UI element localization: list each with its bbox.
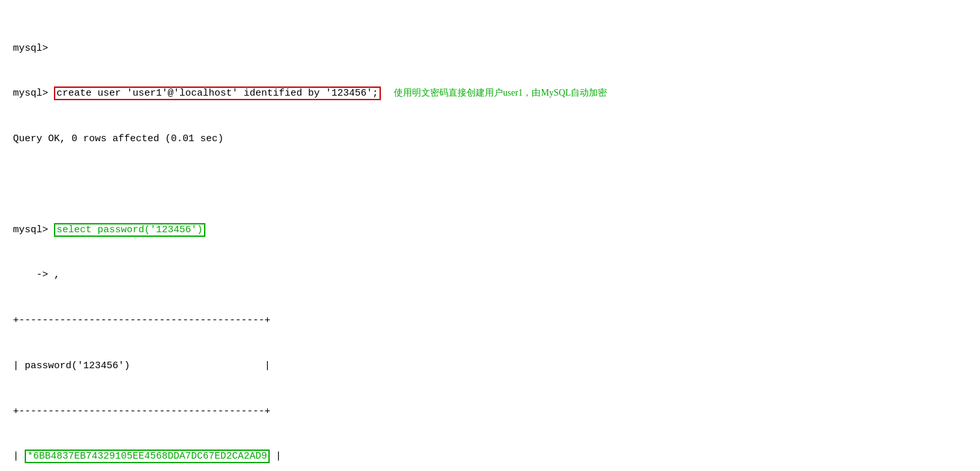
- line-blank-1: [13, 177, 967, 192]
- line-8: | password('123456') |: [13, 358, 967, 373]
- line-10: | *6BB4837EB74329105EE4568DDA7DC67ED2CA2…: [13, 449, 967, 464]
- line-2: mysql> create user 'user1'@'localhost' i…: [13, 86, 967, 101]
- continuation: -> ,: [13, 269, 60, 280]
- create-user-command: create user 'user1'@'localhost' identifi…: [54, 87, 381, 100]
- line-3: Query OK, 0 rows affected (0.01 sec): [13, 131, 967, 146]
- table-header: | password('123456') |: [13, 360, 270, 371]
- table-divider-2: +---------------------------------------…: [13, 406, 270, 417]
- prompt-2: mysql>: [13, 88, 54, 99]
- line-6: -> ,: [13, 267, 967, 282]
- query-ok-1: Query OK, 0 rows affected (0.01 sec): [13, 133, 224, 144]
- terminal-window: mysql> mysql> create user 'user1'@'local…: [13, 10, 967, 471]
- comment-1: 使用明文密码直接创建用户user1，由MySQL自动加密: [394, 88, 607, 98]
- line-5: mysql> select password('123456'): [13, 222, 967, 237]
- hash-value: *6BB4837EB74329105EE4568DDA7DC67ED2CA2AD…: [25, 450, 270, 463]
- select-password-command: select password('123456'): [54, 223, 205, 237]
- prompt-text: mysql>: [13, 43, 48, 54]
- line-7: +---------------------------------------…: [13, 313, 967, 328]
- prompt-5: mysql>: [13, 224, 54, 236]
- line-9: +---------------------------------------…: [13, 404, 967, 419]
- line-1: mysql>: [13, 41, 967, 56]
- table-divider-1: +---------------------------------------…: [13, 315, 270, 326]
